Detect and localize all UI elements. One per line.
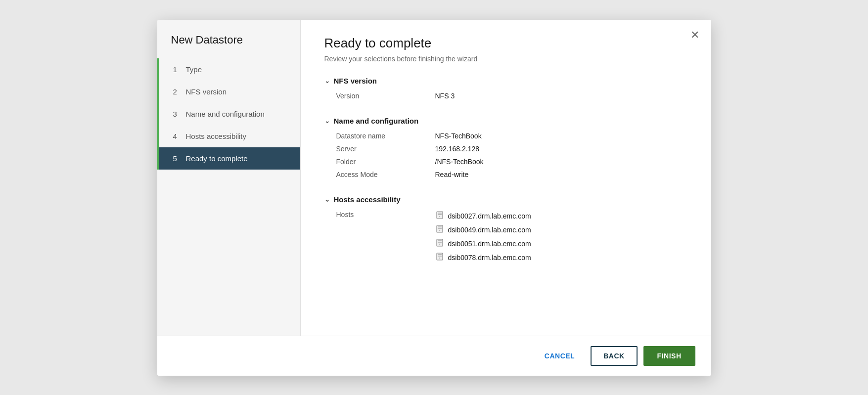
- section-name-config-header[interactable]: ⌄ Name and configuration: [324, 117, 687, 125]
- close-button[interactable]: ✕: [690, 30, 699, 41]
- host-name: dsib0078.drm.lab.emc.com: [448, 254, 531, 262]
- sidebar-label-ready: Ready to complete: [186, 154, 248, 163]
- svg-rect-1: [438, 213, 442, 214]
- host-row: dsib0051.drm.lab.emc.com: [435, 238, 531, 249]
- page-title: Ready to complete: [324, 36, 687, 51]
- sidebar-item-ready[interactable]: 5 Ready to complete: [157, 147, 300, 170]
- sidebar-label-nfs-version: NFS version: [186, 88, 227, 96]
- main-content: ✕ Ready to complete Review your selectio…: [301, 20, 711, 336]
- svg-point-15: [439, 257, 440, 258]
- svg-rect-14: [438, 256, 442, 257]
- server-icon: [435, 224, 448, 235]
- detail-row-folder: Folder /NFS-TechBook: [336, 158, 687, 166]
- svg-rect-10: [438, 242, 442, 243]
- section-name-config-title: Name and configuration: [334, 117, 419, 125]
- dialog-footer: CANCEL BACK FINISH: [157, 336, 711, 376]
- datastore-value: NFS-TechBook: [435, 132, 482, 140]
- section-nfs-version-header[interactable]: ⌄ NFS version: [324, 77, 687, 85]
- sidebar-label-hosts: Hosts accessibility: [186, 132, 247, 140]
- section-hosts-title: Hosts accessibility: [334, 195, 401, 204]
- hosts-label: Hosts: [336, 211, 435, 219]
- back-button[interactable]: BACK: [591, 346, 637, 366]
- svg-rect-6: [438, 228, 442, 229]
- sidebar: New Datastore 1 Type 2 NFS version 3 Nam…: [157, 20, 301, 336]
- step-num-1: 1: [173, 65, 181, 74]
- svg-point-3: [439, 216, 440, 217]
- section-nfs-version-title: NFS version: [334, 77, 377, 85]
- chevron-icon-2: ⌄: [324, 117, 330, 125]
- svg-rect-9: [438, 240, 442, 241]
- chevron-icon-3: ⌄: [324, 196, 330, 203]
- name-config-content: Datastore name NFS-TechBook Server 192.1…: [324, 132, 687, 178]
- host-name: dsib0027.drm.lab.emc.com: [448, 212, 531, 220]
- sidebar-label-type: Type: [186, 65, 202, 74]
- sidebar-item-hosts[interactable]: 4 Hosts accessibility: [157, 125, 300, 147]
- finish-button[interactable]: FINISH: [643, 346, 695, 366]
- sidebar-item-type[interactable]: 1 Type: [157, 58, 300, 81]
- access-value: Read-write: [435, 171, 469, 178]
- host-row: dsib0049.drm.lab.emc.com: [435, 224, 531, 235]
- folder-value: /NFS-TechBook: [435, 158, 484, 166]
- datastore-label: Datastore name: [336, 132, 435, 140]
- version-value: NFS 3: [435, 92, 455, 100]
- svg-point-7: [439, 229, 440, 230]
- svg-rect-2: [438, 214, 442, 215]
- detail-row-hosts: Hosts dsib0027.drm.lab.emc.com dsib0049.…: [336, 211, 687, 266]
- section-hosts-header[interactable]: ⌄ Hosts accessibility: [324, 195, 687, 204]
- host-name: dsib0051.drm.lab.emc.com: [448, 240, 531, 248]
- sidebar-label-name-config: Name and configuration: [186, 110, 265, 118]
- page-subtitle: Review your selections before finishing …: [324, 55, 687, 63]
- step-num-5: 5: [173, 154, 181, 163]
- host-name: dsib0049.drm.lab.emc.com: [448, 226, 531, 234]
- step-num-3: 3: [173, 110, 181, 118]
- host-row: dsib0027.drm.lab.emc.com: [435, 211, 531, 221]
- svg-point-11: [439, 243, 440, 244]
- new-datastore-dialog: New Datastore 1 Type 2 NFS version 3 Nam…: [157, 20, 711, 376]
- server-icon: [435, 252, 448, 263]
- hosts-content: Hosts dsib0027.drm.lab.emc.com dsib0049.…: [324, 211, 687, 266]
- chevron-icon: ⌄: [324, 77, 330, 85]
- detail-row-version: Version NFS 3: [336, 92, 687, 100]
- section-name-config: ⌄ Name and configuration Datastore name …: [324, 117, 687, 183]
- detail-row-datastore: Datastore name NFS-TechBook: [336, 132, 687, 140]
- server-icon: [435, 238, 448, 249]
- sidebar-item-nfs-version[interactable]: 2 NFS version: [157, 81, 300, 103]
- cancel-button[interactable]: CANCEL: [535, 347, 585, 365]
- version-label: Version: [336, 92, 435, 100]
- dialog-body: New Datastore 1 Type 2 NFS version 3 Nam…: [157, 20, 711, 336]
- server-icon: [435, 211, 448, 221]
- server-label: Server: [336, 145, 435, 153]
- host-row: dsib0078.drm.lab.emc.com: [435, 252, 531, 263]
- svg-rect-5: [438, 226, 442, 227]
- access-label: Access Mode: [336, 171, 435, 178]
- hosts-value: dsib0027.drm.lab.emc.com dsib0049.drm.la…: [435, 211, 531, 266]
- step-num-2: 2: [173, 88, 181, 96]
- sidebar-title: New Datastore: [157, 34, 300, 58]
- nfs-version-content: Version NFS 3: [324, 92, 687, 100]
- server-value: 192.168.2.128: [435, 145, 480, 153]
- sidebar-item-name-config[interactable]: 3 Name and configuration: [157, 103, 300, 125]
- section-hosts: ⌄ Hosts accessibility Hosts dsib0027.drm…: [324, 195, 687, 271]
- step-num-4: 4: [173, 132, 181, 140]
- folder-label: Folder: [336, 158, 435, 166]
- detail-row-access: Access Mode Read-write: [336, 171, 687, 178]
- detail-row-server: Server 192.168.2.128: [336, 145, 687, 153]
- svg-rect-13: [438, 254, 442, 255]
- section-nfs-version: ⌄ NFS version Version NFS 3: [324, 77, 687, 105]
